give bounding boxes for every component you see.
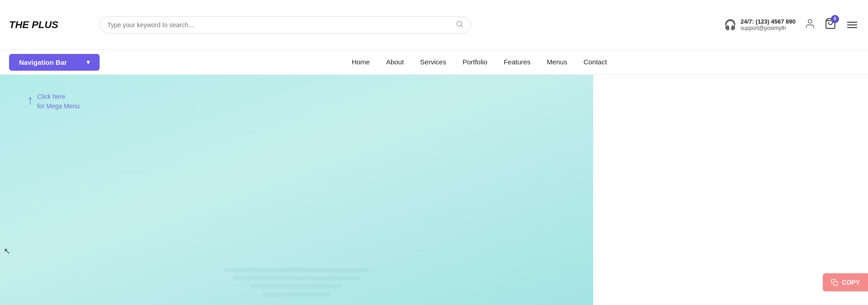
header-right: 🎧 24/7: (123) 4567 890 support@posimyth xyxy=(724,18,859,32)
logo[interactable]: THE PLUS xyxy=(9,19,91,31)
header: THE PLUS 🎧 24/7: (123) 4567 890 support@… xyxy=(0,0,868,50)
hint-line-2: for Mega Menu xyxy=(37,102,80,110)
nav-item-portfolio: Portfolio xyxy=(462,58,487,66)
search-button[interactable] xyxy=(456,20,463,29)
search-bar xyxy=(100,16,471,34)
bg-line-2 xyxy=(233,276,360,281)
hamburger-line-1 xyxy=(847,22,857,23)
nav-links: Home About Services Portfolio Features M… xyxy=(352,58,607,66)
svg-point-2 xyxy=(808,19,812,23)
mega-menu-hint: ↑ Click here for Mega Menu xyxy=(27,92,80,111)
support-email: support@posimyth xyxy=(741,25,796,31)
nav-dropdown-label: Navigation Bar xyxy=(19,58,67,66)
nav-link-services[interactable]: Services xyxy=(420,58,446,66)
nav-link-menus[interactable]: Menus xyxy=(547,58,567,66)
sidebar-area xyxy=(593,75,868,305)
search-input[interactable] xyxy=(107,21,456,29)
nav-item-contact: Contact xyxy=(584,58,607,66)
bg-line-4 xyxy=(263,292,331,297)
user-icon xyxy=(805,18,815,29)
hint-line-1: Click here xyxy=(37,93,65,100)
chevron-down-icon: ▾ xyxy=(86,58,90,66)
content-area: ↑ Click here for Mega Menu xyxy=(0,75,593,305)
support-phone: 24/7: (123) 4567 890 xyxy=(741,18,796,25)
nav-link-home[interactable]: Home xyxy=(352,58,370,66)
hamburger-line-3 xyxy=(847,27,857,28)
copy-icon xyxy=(831,279,838,286)
support-info: 🎧 24/7: (123) 4567 890 support@posimyth xyxy=(724,18,796,31)
nav-item-services: Services xyxy=(420,58,446,66)
bg-line-1 xyxy=(224,268,369,272)
nav-link-about[interactable]: About xyxy=(386,58,404,66)
hamburger-button[interactable] xyxy=(845,20,859,30)
search-icon xyxy=(456,20,463,28)
background-lines xyxy=(206,268,387,297)
svg-line-1 xyxy=(461,25,462,27)
headphone-icon: 🎧 xyxy=(724,19,736,31)
copy-label: COPY xyxy=(842,279,860,286)
nav-link-features[interactable]: Features xyxy=(504,58,530,66)
navbar: Navigation Bar ▾ Home About Services Por… xyxy=(0,50,868,75)
nav-item-home: Home xyxy=(352,58,370,66)
svg-rect-4 xyxy=(834,281,838,286)
hamburger-line-2 xyxy=(847,24,857,25)
nav-link-portfolio[interactable]: Portfolio xyxy=(462,58,487,66)
support-text: 24/7: (123) 4567 890 support@posimyth xyxy=(741,18,796,31)
copy-button[interactable]: COPY xyxy=(823,273,868,291)
content-row: ↑ Click here for Mega Menu xyxy=(0,75,868,305)
nav-dropdown-button[interactable]: Navigation Bar ▾ xyxy=(9,54,100,71)
nav-link-contact[interactable]: Contact xyxy=(584,58,607,66)
nav-item-menus: Menus xyxy=(547,58,567,66)
nav-item-about: About xyxy=(386,58,404,66)
arrow-up-icon: ↑ xyxy=(27,93,34,107)
user-button[interactable] xyxy=(805,18,815,32)
page-wrapper: THE PLUS 🎧 24/7: (123) 4567 890 support@… xyxy=(0,0,868,305)
bg-line-3 xyxy=(251,284,342,289)
nav-item-features: Features xyxy=(504,58,530,66)
hint-text-block: Click here for Mega Menu xyxy=(37,92,80,111)
cart-button[interactable]: 0 xyxy=(825,18,836,32)
cart-badge: 0 xyxy=(831,15,839,23)
